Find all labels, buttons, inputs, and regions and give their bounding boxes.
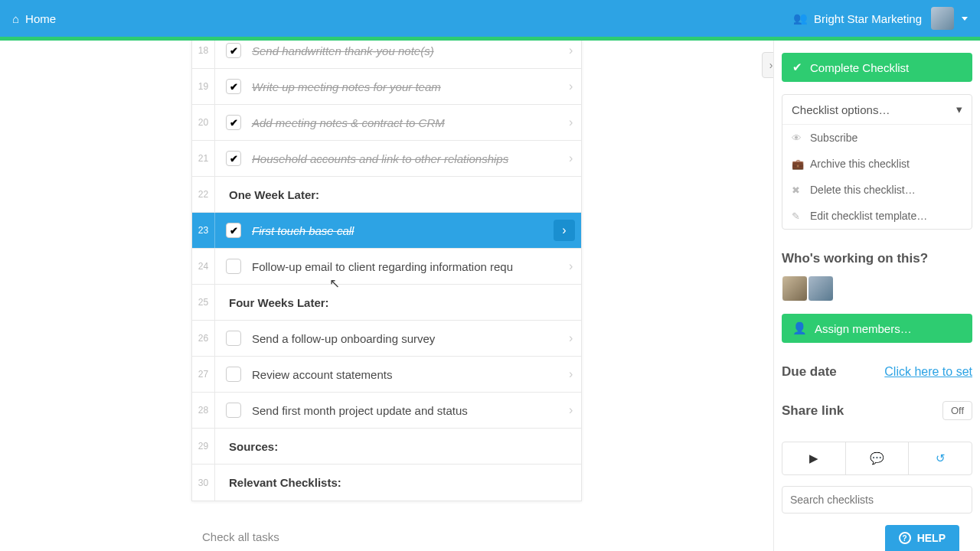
task-row[interactable]: 24Follow-up email to client regarding in… [192,249,581,285]
chevron-right-icon[interactable]: › [569,116,581,129]
task-title: Follow-up email to client regarding info… [252,251,569,282]
task-checkbox[interactable] [226,403,241,418]
row-number: 26 [192,321,215,356]
option-label: Delete this checklist… [810,184,916,196]
task-title: Review account statements [252,359,569,390]
chevron-right-icon[interactable]: › [569,259,581,273]
task-title: Send handwritten thank-you note(s) [252,41,569,67]
help-icon: ? [899,532,911,544]
row-number: 29 [192,429,215,464]
complete-checklist-button[interactable]: ✔ Complete Checklist [782,53,972,82]
task-checkbox[interactable] [226,79,241,94]
task-row[interactable]: 19Write up meeting notes for your team› [192,69,581,105]
task-checkbox[interactable] [226,151,241,166]
section-heading-row[interactable]: 25Four Weeks Later: [192,285,581,321]
row-number: 22 [192,177,215,212]
chevron-right-icon[interactable]: › [569,44,581,57]
task-row[interactable]: 27Review account statements› [192,357,581,393]
assign-members-button[interactable]: 👤 Assign members… [782,314,972,343]
task-checkbox[interactable] [226,367,241,382]
tab-comments[interactable]: 💬 [846,442,910,474]
avatar[interactable] [782,276,808,302]
task-checkbox[interactable] [226,43,241,58]
tab-play[interactable]: ▶ [782,442,846,474]
task-row[interactable]: 20Add meeting notes & contract to CRM› [192,105,581,141]
options-label: Checklist options… [792,103,890,116]
row-number: 28 [192,393,215,428]
avatar[interactable] [808,276,834,302]
main-area: 18Send handwritten thank-you note(s)›19W… [0,41,773,551]
row-number: 23 [192,213,215,248]
row-number: 30 [192,465,215,500]
section-heading-row[interactable]: 30Relevant Checklists: [192,465,581,500]
option-delete[interactable]: ✖ Delete this checklist… [782,177,972,203]
row-number: 19 [192,69,215,104]
user-menu[interactable] [931,7,968,30]
option-subscribe[interactable]: 👁 Subscribe [782,125,972,151]
chevron-right-icon[interactable]: › [569,331,581,345]
task-checkbox[interactable] [226,331,241,346]
check-icon: ✔ [792,60,802,74]
task-row[interactable]: 28Send first month project update and st… [192,393,581,429]
task-checkbox[interactable] [226,259,241,274]
task-row[interactable]: 26Send a follow-up onboarding survey› [192,321,581,357]
option-archive[interactable]: 💼 Archive this checklist [782,151,972,177]
assign-label: Assign members… [815,322,912,335]
share-toggle[interactable]: Off [942,401,972,420]
option-edit-template[interactable]: ✎ Edit checklist template… [782,203,972,229]
row-number: 20 [192,105,215,140]
task-title: Send first month project update and stat… [252,395,569,426]
option-label: Edit checklist template… [810,210,927,222]
help-button[interactable]: ? HELP [885,525,959,551]
tab-history[interactable]: ↺ [909,442,972,474]
complete-label: Complete Checklist [810,61,909,74]
due-date-label: Due date [782,364,837,380]
users-icon: 👥 [793,11,808,25]
chevron-right-icon[interactable]: › [569,403,581,417]
delete-icon: ✖ [792,184,802,196]
option-label: Archive this checklist [810,158,910,170]
share-link-label: Share link [782,403,844,419]
chevron-right-icon: › [769,59,773,71]
chat-icon: 💬 [870,452,884,465]
section-heading-row[interactable]: 29Sources: [192,429,581,465]
task-checkbox[interactable] [226,223,241,238]
task-row[interactable]: 21Household accounts and link to other r… [192,141,581,177]
row-number: 27 [192,357,215,392]
row-number: 18 [192,41,215,68]
chevron-right-icon[interactable]: › [569,80,581,93]
task-row[interactable]: 18Send handwritten thank-you note(s)› [192,41,581,69]
chevron-down-icon [962,17,968,21]
check-all-link[interactable]: Check all tasks [191,517,582,551]
who-working-label: Who's working on this? [782,251,972,266]
org-label: Bright Star Marketing [814,12,922,25]
row-number: 25 [192,285,215,320]
set-due-date-link[interactable]: Click here to set [884,365,972,379]
task-title: Write up meeting notes for your team [252,71,569,103]
task-title: First touch base call [252,215,554,246]
chevron-right-icon[interactable]: › [569,152,581,165]
search-checklists-input[interactable] [782,486,972,514]
row-number: 21 [192,141,215,176]
home-link[interactable]: ⌂ Home [12,12,56,25]
avatar [931,7,954,30]
heading-title: One Week Later: [215,179,581,210]
options-toggle[interactable]: Checklist options… ▾ [782,95,972,125]
chevron-right-icon[interactable]: › [554,220,575,241]
section-heading-row[interactable]: 22One Week Later: [192,177,581,213]
briefcase-icon: 💼 [792,158,802,170]
task-title: Send a follow-up onboarding survey [252,323,569,354]
chevron-down-icon: ▾ [956,103,962,116]
checklist-options: Checklist options… ▾ 👁 Subscribe 💼 Archi… [782,94,972,230]
org-link[interactable]: 👥 Bright Star Marketing [793,11,922,25]
task-title: Household accounts and link to other rel… [252,143,569,174]
task-row[interactable]: 23First touch base call› [192,213,581,249]
play-icon: ▶ [809,452,818,465]
checklist: 18Send handwritten thank-you note(s)›19W… [191,41,582,501]
chevron-right-icon[interactable]: › [569,367,581,381]
user-icon: 👤 [792,321,807,335]
task-checkbox[interactable] [226,115,241,130]
row-number: 24 [192,249,215,284]
help-label: HELP [917,532,946,544]
home-label: Home [25,12,56,25]
